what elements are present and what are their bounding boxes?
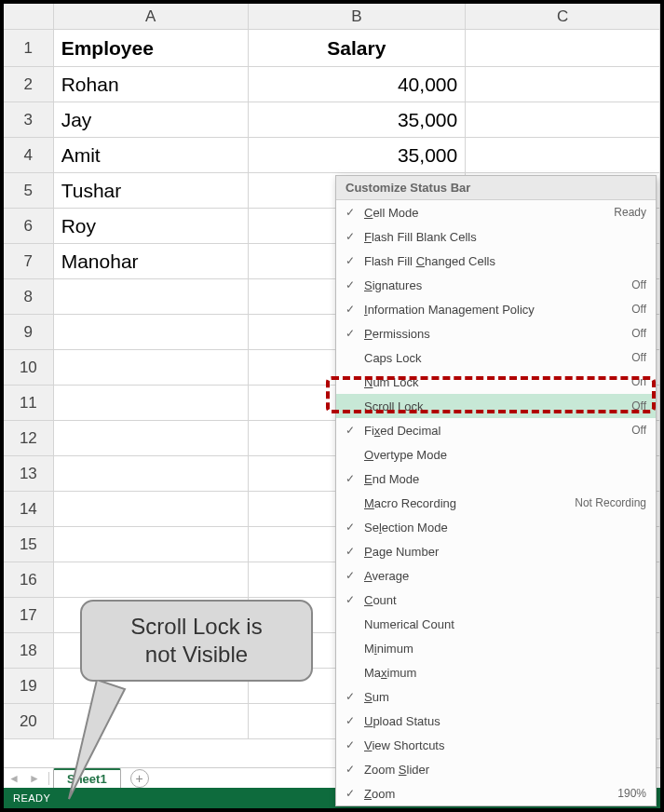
cell-C2[interactable] — [466, 67, 660, 102]
tab-separator — [48, 772, 49, 785]
menu-item-label: Permissions — [360, 327, 624, 341]
menu-item[interactable]: ✓Upload Status — [336, 709, 656, 733]
menu-item[interactable]: ✓Flash Fill Blank Cells — [336, 224, 656, 249]
row-header[interactable]: 1 — [4, 30, 54, 66]
cell-A7[interactable]: Manohar — [54, 244, 249, 278]
cell-A10[interactable] — [54, 350, 249, 385]
menu-item-status: On — [624, 375, 646, 388]
row-header[interactable]: 16 — [4, 562, 54, 597]
menu-item[interactable]: Macro RecordingNot Recording — [336, 491, 656, 515]
cell-C3[interactable] — [466, 102, 660, 137]
cell-A15[interactable] — [54, 527, 249, 562]
callout-line2: not Visible — [145, 642, 248, 667]
row-header[interactable]: 2 — [4, 67, 54, 102]
cell-C4[interactable] — [466, 138, 660, 172]
cell-A3[interactable]: Jay — [54, 102, 249, 137]
cell-A4[interactable]: Amit — [54, 138, 249, 172]
row-header[interactable]: 7 — [4, 244, 54, 278]
cell-A9[interactable] — [54, 315, 249, 349]
menu-item-label: Overtype Mode — [360, 448, 646, 462]
row-header[interactable]: 19 — [4, 669, 54, 703]
menu-item[interactable]: ✓Zoom190% — [336, 781, 656, 805]
menu-item[interactable]: ✓Cell ModeReady — [336, 200, 656, 224]
row-header[interactable]: 13 — [4, 456, 54, 491]
cell-A13[interactable] — [54, 456, 249, 491]
cell-A1[interactable]: Employee — [54, 30, 249, 66]
menu-title: Customize Status Bar — [336, 176, 656, 200]
tab-next-icon[interactable]: ► — [26, 770, 43, 787]
menu-item[interactable]: ✓Fixed DecimalOff — [336, 418, 656, 442]
cell-A5[interactable]: Tushar — [54, 173, 249, 208]
row-header[interactable]: 17 — [4, 598, 54, 632]
menu-item[interactable]: ✓Flash Fill Changed Cells — [336, 249, 656, 273]
menu-item[interactable]: ✓Average — [336, 563, 656, 588]
menu-item[interactable]: ✓SignaturesOff — [336, 273, 656, 297]
menu-item-label: View Shortcuts — [360, 738, 646, 752]
cell-A16[interactable] — [54, 562, 249, 597]
menu-item[interactable]: ✓Zoom Slider — [336, 757, 656, 781]
menu-item-label: Zoom — [360, 787, 610, 801]
cell-A8[interactable] — [54, 279, 249, 314]
tab-prev-icon[interactable]: ◄ — [6, 770, 22, 787]
row-header[interactable]: 3 — [4, 102, 54, 137]
row-header[interactable]: 12 — [4, 421, 54, 455]
grid-row: 1EmployeeSalary — [4, 30, 660, 67]
menu-item-label: Signatures — [360, 278, 624, 292]
select-all-corner[interactable] — [4, 4, 54, 29]
cell-A12[interactable] — [54, 421, 249, 455]
cell-A14[interactable] — [54, 492, 249, 526]
menu-item[interactable]: ✓PermissionsOff — [336, 321, 656, 345]
row-header[interactable]: 4 — [4, 138, 54, 172]
menu-item[interactable]: ✓Sum — [336, 684, 656, 709]
menu-item[interactable]: Caps LockOff — [336, 345, 656, 370]
menu-item[interactable]: ✓View Shortcuts — [336, 733, 656, 757]
menu-item[interactable]: Minimum — [336, 636, 656, 660]
menu-item[interactable]: Num LockOn — [336, 370, 656, 394]
menu-item[interactable]: Numerical Count — [336, 612, 656, 636]
menu-item[interactable]: ✓Count — [336, 588, 656, 612]
cell-B1[interactable]: Salary — [249, 30, 467, 66]
row-header[interactable]: 11 — [4, 386, 54, 420]
grid-row: 2Rohan40,000 — [4, 67, 660, 102]
col-header-b[interactable]: B — [249, 4, 467, 29]
cell-B3[interactable]: 35,000 — [249, 102, 467, 137]
menu-item[interactable]: Overtype Mode — [336, 442, 656, 467]
check-icon: ✓ — [340, 714, 360, 727]
check-icon: ✓ — [340, 521, 360, 534]
callout-line1: Scroll Lock is — [130, 614, 262, 639]
cell-A11[interactable] — [54, 386, 249, 420]
menu-item-label: Fixed Decimal — [360, 424, 624, 438]
svg-marker-0 — [69, 680, 125, 799]
row-header[interactable]: 14 — [4, 492, 54, 526]
row-header[interactable]: 20 — [4, 704, 54, 738]
row-header[interactable]: 8 — [4, 279, 54, 314]
cell-A6[interactable]: Roy — [54, 209, 249, 243]
cell-B4[interactable]: 35,000 — [249, 138, 467, 172]
menu-item-status: Not Recording — [567, 496, 646, 509]
menu-item[interactable]: ✓Page Number — [336, 539, 656, 563]
row-header[interactable]: 15 — [4, 527, 54, 562]
col-header-a[interactable]: A — [54, 4, 249, 29]
menu-item[interactable]: Maximum — [336, 660, 656, 684]
cell-B2[interactable]: 40,000 — [249, 67, 467, 102]
row-header[interactable]: 5 — [4, 173, 54, 208]
menu-item[interactable]: ✓Selection Mode — [336, 515, 656, 539]
menu-item[interactable]: ✓Information Management PolicyOff — [336, 297, 656, 321]
menu-item-status: Off — [624, 399, 646, 413]
cell-A2[interactable]: Rohan — [54, 67, 249, 102]
check-icon: ✓ — [340, 206, 360, 219]
check-icon: ✓ — [340, 738, 360, 751]
row-header[interactable]: 9 — [4, 315, 54, 349]
check-icon: ✓ — [340, 763, 360, 776]
row-header[interactable]: 6 — [4, 209, 54, 243]
menu-item-label: Information Management Policy — [360, 303, 624, 317]
row-header[interactable]: 18 — [4, 633, 54, 668]
row-header[interactable]: 10 — [4, 350, 54, 385]
menu-item[interactable]: Scroll LockOff — [336, 394, 656, 418]
menu-item-label: Scroll Lock — [360, 399, 624, 413]
col-header-c[interactable]: C — [466, 4, 660, 29]
status-bar-context-menu[interactable]: Customize Status Bar ✓Cell ModeReady✓Fla… — [335, 175, 657, 806]
menu-item-status: 190% — [610, 787, 646, 800]
menu-item[interactable]: ✓End Mode — [336, 467, 656, 491]
cell-C1[interactable] — [466, 30, 660, 66]
